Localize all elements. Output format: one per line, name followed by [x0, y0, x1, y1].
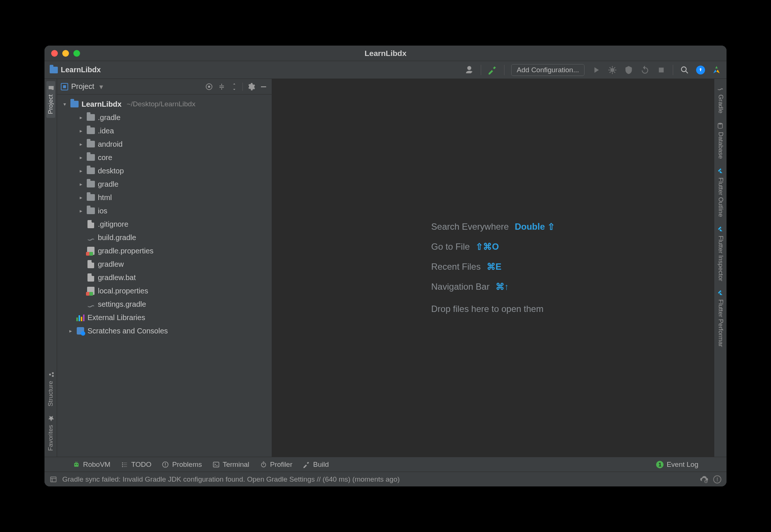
svg-point-12: [77, 464, 78, 465]
add-configuration-button[interactable]: Add Configuration...: [511, 64, 585, 76]
search-icon[interactable]: [680, 65, 689, 75]
chevron-right-icon[interactable]: ▸: [78, 166, 84, 176]
chevron-right-icon[interactable]: ▸: [78, 112, 84, 123]
svg-rect-4: [52, 372, 54, 374]
status-message[interactable]: Gradle sync failed: Invalid Gradle JDK c…: [62, 475, 400, 483]
tool-label: Profiler: [270, 460, 292, 469]
tree-folder[interactable]: ▸ gradle: [59, 177, 272, 191]
chevron-right-icon[interactable]: ▸: [67, 326, 73, 336]
user-icon[interactable]: [464, 65, 474, 75]
status-show-tool-windows-icon[interactable]: [50, 476, 57, 483]
svg-point-11: [75, 464, 76, 465]
tree-folder[interactable]: ▸ core: [59, 151, 272, 164]
hint-label: Go to File: [431, 242, 470, 252]
tree-folder[interactable]: ▸ ios: [59, 204, 272, 217]
tool-event-log[interactable]: 1 Event Log: [656, 460, 698, 469]
rail-project[interactable]: Project: [46, 81, 55, 118]
svg-rect-10: [74, 463, 79, 466]
tree-file[interactable]: ▸ local.properties: [59, 284, 272, 297]
svg-point-9: [718, 123, 722, 125]
chevron-down-icon[interactable]: ▾: [62, 99, 67, 109]
rail-flutter-inspector[interactable]: Flutter Inspector: [716, 222, 725, 285]
rail-favorites[interactable]: Favorites: [46, 412, 55, 455]
tree-scratches[interactable]: ▸ Scratches and Consoles: [59, 324, 272, 338]
tool-terminal[interactable]: Terminal: [212, 460, 249, 469]
rail-database[interactable]: Database: [716, 119, 725, 163]
coverage-icon[interactable]: [624, 65, 633, 75]
tool-build[interactable]: Build: [303, 460, 329, 469]
breadcrumb[interactable]: LearnLibdx: [50, 66, 101, 74]
stop-icon[interactable]: [656, 65, 666, 75]
tree-file[interactable]: ▸ settings.gradle: [59, 297, 272, 311]
rail-structure[interactable]: Structure: [46, 368, 55, 410]
tree-label: gradlew: [98, 259, 124, 269]
window-minimize-icon[interactable]: [62, 50, 69, 57]
hint-shortcut: ⌘↑: [496, 282, 509, 292]
run-icon[interactable]: [591, 65, 601, 75]
expand-all-icon[interactable]: [217, 82, 226, 91]
tool-problems[interactable]: Problems: [162, 460, 202, 469]
rail-label: Database: [717, 132, 724, 159]
tree-label: settings.gradle: [98, 299, 146, 309]
tree-label: android: [98, 139, 123, 149]
window-zoom-icon[interactable]: [73, 50, 80, 57]
rail-gradle[interactable]: Gradle: [716, 81, 725, 117]
hide-panel-icon[interactable]: [259, 82, 268, 91]
tree-root[interactable]: ▾ LearnLibdx ~/Desktop/LearnLibdx: [59, 97, 272, 111]
project-tool-window: Project ▾ LearnLibdx ~/: [57, 79, 272, 457]
chevron-right-icon[interactable]: ▸: [78, 126, 84, 136]
tree-file[interactable]: ▸ gradlew.bat: [59, 271, 272, 284]
tree-root-path: ~/Desktop/LearnLibdx: [127, 99, 195, 109]
separator: [481, 65, 481, 75]
rail-flutter-performance[interactable]: Flutter Performar: [716, 286, 725, 350]
flutter-icon: [717, 168, 724, 174]
hint-label: Search Everywhere: [431, 222, 509, 232]
tool-todo[interactable]: TODO: [121, 460, 152, 469]
project-tree[interactable]: ▾ LearnLibdx ~/Desktop/LearnLibdx ▸ .gra…: [57, 94, 272, 457]
background-tasks-icon[interactable]: [700, 475, 708, 483]
tree-folder[interactable]: ▸ android: [59, 137, 272, 151]
ide-logo-icon[interactable]: [712, 65, 721, 75]
chevron-right-icon[interactable]: ▸: [78, 206, 84, 216]
svg-point-0: [610, 68, 615, 72]
chevron-right-icon[interactable]: ▸: [78, 192, 84, 203]
tree-file[interactable]: ▸ .gitignore: [59, 217, 272, 231]
update-available-icon[interactable]: [696, 66, 705, 74]
hint-label: Navigation Bar: [431, 282, 489, 292]
rail-flutter-outline[interactable]: Flutter Outline: [716, 164, 725, 221]
window-close-icon[interactable]: [51, 50, 58, 57]
gear-icon[interactable]: [246, 82, 255, 91]
project-view-selector[interactable]: Project: [61, 82, 103, 91]
hammer-icon[interactable]: [488, 65, 497, 75]
tree-folder[interactable]: ▸ .gradle: [59, 111, 272, 124]
tool-profiler[interactable]: Profiler: [260, 460, 292, 469]
hint-recent-files: Recent Files ⌘E: [431, 262, 501, 272]
tree-label: .idea: [98, 126, 114, 136]
folder-icon: [47, 85, 54, 92]
hint-navigation-bar: Navigation Bar ⌘↑: [431, 282, 509, 292]
collapse-all-icon[interactable]: [230, 82, 239, 91]
tree-file[interactable]: ▸ gradle.properties: [59, 244, 272, 257]
tree-external-libraries[interactable]: ▸ External Libraries: [59, 311, 272, 324]
tool-robovm[interactable]: RoboVM: [73, 460, 110, 469]
tree-file[interactable]: ▸ build.gradle: [59, 231, 272, 244]
gradle-icon: [87, 234, 95, 241]
rerun-icon[interactable]: [640, 65, 650, 75]
tree-folder[interactable]: ▸ html: [59, 191, 272, 204]
separator: [673, 65, 673, 75]
tree-label: .gradle: [98, 112, 120, 123]
debug-icon[interactable]: [608, 65, 617, 75]
tree-folder[interactable]: ▸ desktop: [59, 164, 272, 177]
memory-indicator-icon[interactable]: !: [713, 475, 721, 483]
tree-label: ios: [98, 206, 107, 216]
tree-label: core: [98, 152, 112, 163]
chevron-right-icon[interactable]: ▸: [78, 179, 84, 189]
svg-point-7: [208, 86, 210, 88]
tool-label: Problems: [172, 460, 202, 469]
chevron-right-icon[interactable]: ▸: [78, 152, 84, 163]
tree-folder[interactable]: ▸ .idea: [59, 124, 272, 137]
chevron-right-icon[interactable]: ▸: [78, 139, 84, 149]
status-bar: Gradle sync failed: Invalid Gradle JDK c…: [44, 472, 727, 486]
tree-file[interactable]: ▸ gradlew: [59, 257, 272, 271]
select-opened-file-icon[interactable]: [205, 82, 214, 91]
